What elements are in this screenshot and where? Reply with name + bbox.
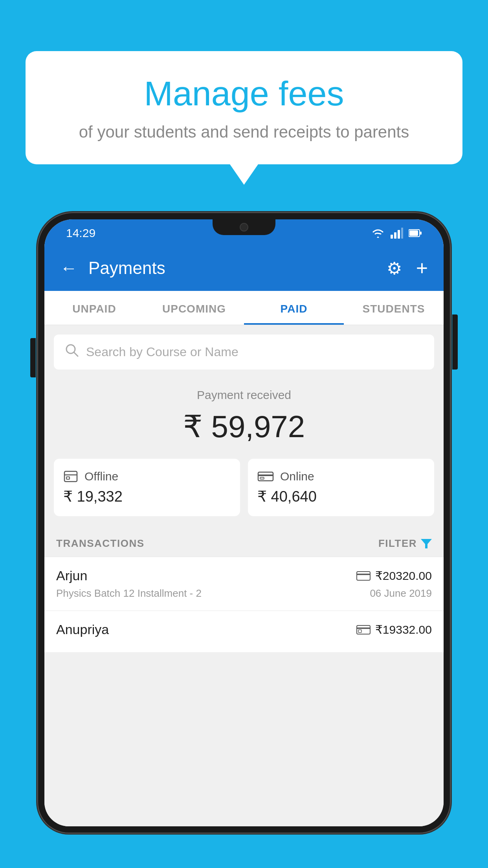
wifi-icon [371, 228, 385, 239]
tabs-container: UNPAID UPCOMING PAID STUDENTS [44, 291, 444, 325]
status-time: 14:29 [66, 226, 95, 240]
transaction-top-1: Arjun ₹20320.00 [56, 568, 432, 583]
bubble-title: Manage fees [49, 75, 439, 113]
svg-rect-9 [64, 471, 77, 482]
svg-rect-0 [391, 235, 393, 239]
svg-rect-6 [420, 232, 422, 235]
transaction-amount-wrap-1: ₹20320.00 [356, 569, 432, 583]
transaction-amount-wrap-2: ₹19332.00 [356, 623, 432, 636]
speech-bubble-container: Manage fees of your students and send re… [26, 51, 462, 164]
payment-cards: Offline ₹ 19,332 [44, 459, 444, 528]
offline-amount: ₹ 19,332 [63, 488, 231, 505]
transaction-name-1: Arjun [56, 568, 87, 583]
transaction-amount-2: ₹19332.00 [375, 623, 432, 636]
payment-label: Payment received [54, 388, 434, 402]
svg-rect-12 [258, 472, 273, 481]
online-amount: ₹ 40,640 [257, 488, 425, 505]
battery-icon [409, 229, 422, 237]
filter-icon [421, 538, 432, 549]
svg-marker-15 [421, 539, 432, 548]
filter-button[interactable]: FILTER [378, 537, 432, 550]
content-area: Search by Course or Name Payment receive… [44, 325, 444, 826]
transaction-row-2[interactable]: Anupriya ₹19332.00 [44, 611, 444, 652]
filter-label: FILTER [378, 537, 417, 550]
search-icon [65, 343, 79, 361]
transaction-bottom-1: Physics Batch 12 Installment - 2 06 June… [56, 587, 432, 600]
svg-line-8 [74, 352, 78, 356]
transactions-header: TRANSACTIONS FILTER [44, 528, 444, 557]
payment-type-icon-1 [356, 571, 371, 581]
transaction-top-2: Anupriya ₹19332.00 [56, 622, 432, 637]
phone-mockup: 14:29 [37, 212, 451, 868]
offline-icon [63, 470, 78, 483]
tab-upcoming[interactable]: UPCOMING [144, 291, 244, 325]
phone-screen: 14:29 [44, 219, 444, 826]
phone-notch [213, 219, 275, 235]
offline-label: Offline [84, 470, 118, 483]
svg-rect-1 [394, 232, 396, 239]
online-card: Online ₹ 40,640 [248, 459, 434, 516]
app-bar-actions: ⚙ + [387, 256, 428, 280]
svg-rect-20 [358, 630, 361, 633]
offline-card: Offline ₹ 19,332 [54, 459, 240, 516]
payment-received-section: Payment received ₹ 59,972 [44, 370, 444, 459]
svg-rect-2 [398, 230, 400, 239]
back-button[interactable]: ← [60, 258, 77, 278]
transaction-row-1[interactable]: Arjun ₹20320.00 Physics B [44, 557, 444, 611]
payment-amount: ₹ 59,972 [54, 409, 434, 445]
add-icon[interactable]: + [416, 256, 428, 280]
phone-outer: 14:29 [37, 212, 451, 833]
transaction-amount-1: ₹20320.00 [375, 569, 432, 583]
search-bar[interactable]: Search by Course or Name [54, 335, 434, 370]
svg-rect-11 [66, 477, 70, 479]
svg-rect-5 [409, 230, 418, 236]
app-bar: ← Payments ⚙ + [44, 245, 444, 291]
svg-rect-3 [401, 228, 403, 239]
online-label: Online [280, 470, 314, 483]
tab-paid[interactable]: PAID [244, 291, 344, 325]
speech-bubble: Manage fees of your students and send re… [26, 51, 462, 164]
tab-unpaid[interactable]: UNPAID [44, 291, 144, 325]
tab-students[interactable]: STUDENTS [344, 291, 444, 325]
app-bar-title: Payments [88, 258, 387, 278]
transaction-date-1: 06 June 2019 [370, 587, 432, 600]
front-camera [240, 223, 248, 232]
search-placeholder: Search by Course or Name [86, 345, 238, 359]
svg-rect-14 [260, 477, 264, 479]
bubble-subtitle: of your students and send receipts to pa… [49, 121, 439, 143]
transaction-name-2: Anupriya [56, 622, 109, 637]
svg-rect-16 [357, 572, 370, 580]
transaction-detail-1: Physics Batch 12 Installment - 2 [56, 587, 202, 600]
signal-icon [391, 228, 403, 239]
transactions-label: TRANSACTIONS [56, 537, 145, 550]
settings-icon[interactable]: ⚙ [387, 258, 402, 278]
status-icons [371, 228, 422, 239]
payment-type-icon-2 [356, 625, 371, 635]
online-icon [257, 470, 274, 483]
